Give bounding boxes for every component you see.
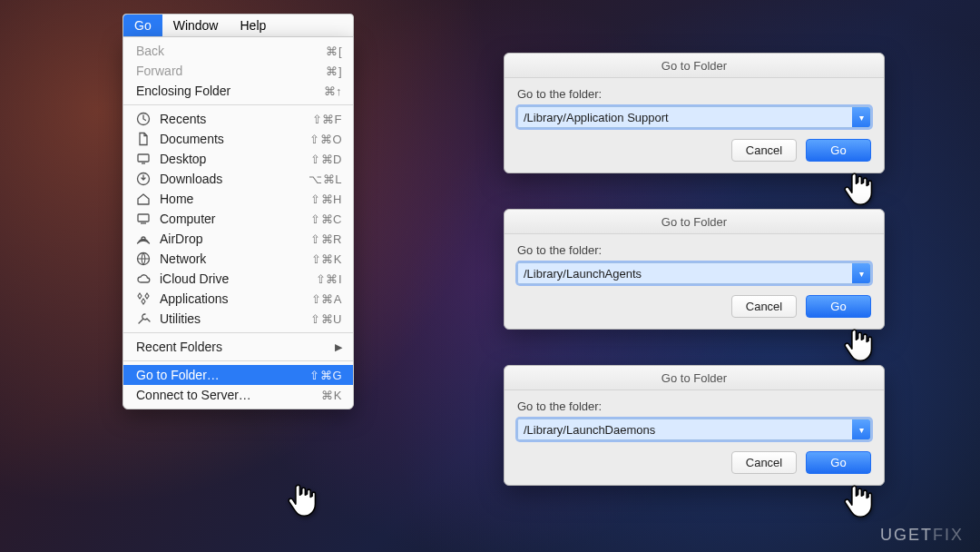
menu-item-label: Network bbox=[160, 251, 302, 266]
shortcut-label: ⇧⌘C bbox=[310, 212, 342, 226]
menu-item-label: Downloads bbox=[160, 172, 299, 186]
dropdown-arrow-icon[interactable]: ▾ bbox=[852, 263, 870, 283]
shortcut-label: ⌘↑ bbox=[324, 84, 343, 98]
shortcut-label: ⇧⌘A bbox=[311, 292, 342, 306]
clock-icon bbox=[136, 112, 151, 126]
cancel-button[interactable]: Cancel bbox=[731, 295, 797, 318]
dropdown-arrow-icon[interactable]: ▾ bbox=[852, 107, 870, 127]
menu-item-label: Enclosing Folder bbox=[136, 84, 315, 98]
pointer-cursor-icon bbox=[840, 480, 877, 524]
download-icon bbox=[136, 172, 151, 186]
menu-item-utilities[interactable]: Utilities ⇧⌘U bbox=[123, 309, 353, 329]
menu-item-label: Recent Folders bbox=[136, 340, 326, 354]
shortcut-label: ⇧⌘D bbox=[310, 153, 342, 166]
cancel-button[interactable]: Cancel bbox=[731, 451, 797, 474]
finder-menubar: Go Window Help bbox=[122, 14, 354, 37]
pointer-cursor-icon bbox=[840, 324, 877, 368]
go-button[interactable]: Go bbox=[806, 295, 871, 318]
watermark: UGETFIX bbox=[880, 526, 964, 545]
shortcut-label: ⇧⌘I bbox=[316, 272, 342, 286]
menu-item-back[interactable]: Back ⌘[ bbox=[123, 41, 353, 61]
go-menu-dropdown: Back ⌘[ Forward ⌘] Enclosing Folder ⌘↑ R… bbox=[122, 36, 354, 409]
menu-item-forward[interactable]: Forward ⌘] bbox=[123, 61, 353, 81]
go-button[interactable]: Go bbox=[806, 139, 871, 162]
pointer-cursor-icon bbox=[840, 168, 877, 212]
shortcut-label: ⇧⌘O bbox=[309, 133, 342, 146]
menu-item-label: Back bbox=[136, 44, 317, 58]
apps-icon bbox=[136, 291, 151, 306]
dialog-prompt: Go to the folder: bbox=[517, 243, 871, 257]
menu-item-label: Applications bbox=[160, 291, 302, 306]
menu-separator bbox=[123, 332, 353, 333]
dialog-prompt: Go to the folder: bbox=[517, 87, 871, 101]
shortcut-label: ⇧⌘K bbox=[311, 252, 342, 266]
shortcut-label: ⇧⌘G bbox=[309, 369, 342, 382]
menu-separator bbox=[123, 104, 353, 105]
menu-item-label: Connect to Server… bbox=[136, 388, 312, 402]
menu-item-label: Forward bbox=[136, 64, 317, 78]
menu-item-recents[interactable]: Recents ⇧⌘F bbox=[123, 109, 353, 129]
dropdown-arrow-icon[interactable]: ▾ bbox=[852, 419, 870, 439]
shortcut-label: ⌘] bbox=[326, 64, 342, 78]
menu-item-documents[interactable]: Documents ⇧⌘O bbox=[123, 129, 353, 149]
home-icon bbox=[136, 192, 151, 206]
menu-item-airdrop[interactable]: AirDrop ⇧⌘R bbox=[123, 229, 353, 249]
menu-item-home[interactable]: Home ⇧⌘H bbox=[123, 189, 353, 209]
menu-item-network[interactable]: Network ⇧⌘K bbox=[123, 249, 353, 269]
menu-item-enclosing-folder[interactable]: Enclosing Folder ⌘↑ bbox=[123, 81, 353, 101]
airdrop-icon bbox=[136, 232, 151, 246]
shortcut-label: ⌘[ bbox=[326, 44, 342, 58]
shortcut-label: ⇧⌘R bbox=[310, 232, 342, 246]
menu-item-label: Documents bbox=[160, 132, 300, 146]
pointer-cursor-icon bbox=[284, 479, 320, 523]
dialog-title: Go to Folder bbox=[505, 366, 884, 390]
cancel-button[interactable]: Cancel bbox=[731, 139, 797, 162]
menu-item-label: Home bbox=[160, 192, 301, 206]
menu-item-desktop[interactable]: Desktop ⇧⌘D bbox=[123, 149, 353, 169]
folder-path-input[interactable] bbox=[518, 419, 852, 439]
network-icon bbox=[136, 251, 151, 266]
go-to-folder-dialog-3: Go to Folder Go to the folder: ▾ Cancel … bbox=[504, 365, 885, 486]
menu-item-go-to-folder[interactable]: Go to Folder… ⇧⌘G bbox=[123, 365, 353, 385]
dialog-prompt: Go to the folder: bbox=[517, 399, 871, 413]
tools-icon bbox=[136, 311, 151, 326]
menu-window[interactable]: Window bbox=[162, 15, 230, 36]
folder-path-input[interactable] bbox=[518, 263, 852, 283]
menu-help[interactable]: Help bbox=[229, 15, 277, 36]
menu-item-label: Go to Folder… bbox=[136, 368, 300, 382]
menu-item-downloads[interactable]: Downloads ⌥⌘L bbox=[123, 169, 353, 189]
menu-go[interactable]: Go bbox=[123, 15, 162, 36]
menu-item-applications[interactable]: Applications ⇧⌘A bbox=[123, 289, 353, 309]
menu-item-label: Utilities bbox=[160, 311, 301, 326]
folder-path-combobox[interactable]: ▾ bbox=[517, 419, 871, 440]
document-icon bbox=[136, 132, 151, 146]
menu-item-label: Desktop bbox=[160, 152, 301, 166]
computer-icon bbox=[136, 212, 151, 226]
shortcut-label: ⇧⌘H bbox=[310, 192, 342, 206]
menu-item-label: Recents bbox=[160, 112, 303, 126]
folder-path-input[interactable] bbox=[518, 107, 852, 127]
folder-path-combobox[interactable]: ▾ bbox=[517, 106, 871, 128]
menu-item-label: AirDrop bbox=[160, 232, 301, 246]
shortcut-label: ⌘K bbox=[321, 389, 342, 402]
go-button[interactable]: Go bbox=[806, 451, 871, 474]
menu-item-label: iCloud Drive bbox=[160, 271, 307, 286]
menu-item-icloud-drive[interactable]: iCloud Drive ⇧⌘I bbox=[123, 269, 353, 289]
menu-item-connect-to-server[interactable]: Connect to Server… ⌘K bbox=[123, 385, 353, 405]
shortcut-label: ⌥⌘L bbox=[309, 172, 342, 186]
cloud-icon bbox=[136, 271, 151, 286]
menu-item-computer[interactable]: Computer ⇧⌘C bbox=[123, 209, 353, 229]
shortcut-label: ⇧⌘F bbox=[312, 113, 342, 126]
menu-separator bbox=[123, 360, 353, 361]
folder-path-combobox[interactable]: ▾ bbox=[517, 262, 871, 284]
desktop-icon bbox=[136, 152, 151, 166]
dialog-title: Go to Folder bbox=[505, 210, 884, 234]
menu-item-label: Computer bbox=[160, 212, 301, 226]
dialog-title: Go to Folder bbox=[505, 54, 884, 78]
go-to-folder-dialog-1: Go to Folder Go to the folder: ▾ Cancel … bbox=[504, 53, 885, 173]
go-to-folder-dialog-2: Go to Folder Go to the folder: ▾ Cancel … bbox=[504, 209, 885, 330]
submenu-arrow-icon: ▶ bbox=[335, 341, 342, 353]
shortcut-label: ⇧⌘U bbox=[310, 312, 342, 326]
menu-item-recent-folders[interactable]: Recent Folders ▶ bbox=[123, 337, 353, 357]
